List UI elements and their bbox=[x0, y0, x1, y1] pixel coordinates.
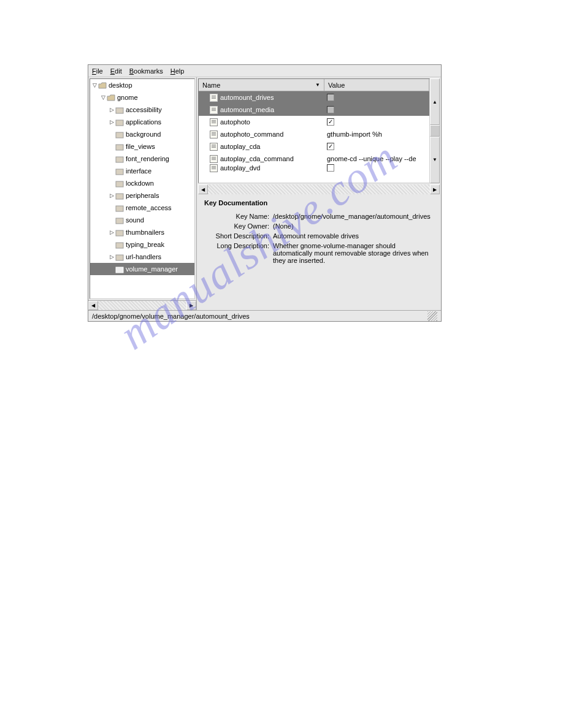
menu-bookmarks[interactable]: Bookmarks bbox=[129, 67, 163, 75]
menu-help[interactable]: Help bbox=[170, 67, 185, 75]
key-name: autophoto bbox=[220, 118, 250, 126]
scroll-left-icon[interactable]: ◀ bbox=[88, 301, 98, 310]
tree-label: accessibility bbox=[126, 106, 162, 113]
tree-node-font_rendering[interactable]: font_rendering bbox=[90, 153, 194, 165]
tree-node-desktop[interactable]: desktop bbox=[90, 79, 194, 91]
key-value[interactable]: ✓ bbox=[324, 118, 429, 126]
svg-rect-0 bbox=[116, 108, 123, 113]
folder-icon bbox=[115, 143, 124, 150]
doc-owner: (None) bbox=[273, 222, 434, 230]
tree-node-file_views[interactable]: file_views bbox=[90, 140, 194, 153]
tree-label: remote_access bbox=[126, 204, 172, 211]
tree-node-applications[interactable]: applications bbox=[90, 116, 194, 128]
svg-rect-2 bbox=[116, 132, 123, 138]
tree-node-volume_manager[interactable]: volume_manager bbox=[90, 263, 194, 275]
key-value[interactable]: ✓ bbox=[324, 143, 429, 150]
key-name: autoplay_dvd bbox=[220, 164, 260, 172]
gconf-editor-window: File Edit Bookmarks Help desktop gnome a… bbox=[88, 64, 442, 322]
svg-rect-11 bbox=[116, 243, 123, 248]
scroll-right-icon[interactable]: ▶ bbox=[186, 301, 196, 310]
svg-rect-12 bbox=[116, 255, 123, 260]
list-row[interactable]: autophoto✓ bbox=[199, 116, 429, 128]
list-row[interactable]: autoplay_dvd bbox=[199, 165, 429, 171]
key-value[interactable] bbox=[324, 106, 429, 113]
menu-file[interactable]: File bbox=[92, 67, 103, 75]
tree-node-gnome[interactable]: gnome bbox=[90, 91, 194, 104]
tree-hscrollbar[interactable]: ◀ ▶ bbox=[88, 300, 196, 310]
scroll-left-icon[interactable]: ◀ bbox=[198, 184, 208, 194]
checkbox[interactable] bbox=[327, 106, 334, 113]
column-header-name[interactable]: Name ▼ bbox=[199, 79, 324, 91]
list-row[interactable]: autoplay_cda✓ bbox=[199, 140, 429, 153]
key-value[interactable]: gnome-cd --unique --play --de bbox=[324, 155, 429, 162]
list-hscrollbar[interactable]: ◀ ▶ bbox=[198, 184, 440, 194]
resize-grip-icon[interactable] bbox=[427, 311, 437, 321]
svg-rect-9 bbox=[116, 218, 123, 224]
tree-node-typing_break[interactable]: typing_break bbox=[90, 238, 194, 251]
list-header: Name ▼ Value bbox=[199, 79, 429, 91]
key-value[interactable]: gthumb-import %h bbox=[324, 131, 429, 138]
scroll-thumb[interactable] bbox=[430, 125, 440, 137]
sort-indicator-icon: ▼ bbox=[315, 82, 320, 88]
statusbar: /desktop/gnome/volume_manager/automount_… bbox=[88, 310, 441, 321]
list-row[interactable]: automount_media bbox=[199, 104, 429, 116]
doc-long: Whether gnome-volume-manager should auto… bbox=[273, 242, 434, 264]
tree-node-interface[interactable]: interface bbox=[90, 165, 194, 177]
tree[interactable]: desktop gnome accessibilityapplicationsb… bbox=[90, 78, 195, 299]
right-pane: Name ▼ Value automount_drivesautomount_m… bbox=[197, 77, 441, 310]
tree-label: peripherals bbox=[126, 192, 159, 199]
expander-icon[interactable] bbox=[109, 254, 115, 260]
key-icon bbox=[210, 143, 218, 151]
list-row[interactable]: automount_drives bbox=[199, 91, 429, 104]
expander-icon[interactable] bbox=[109, 119, 115, 125]
doc-title: Key Documentation bbox=[204, 199, 434, 207]
tree-label: applications bbox=[126, 118, 161, 126]
tree-node-peripherals[interactable]: peripherals bbox=[90, 189, 194, 202]
key-icon bbox=[210, 131, 218, 138]
checkbox[interactable] bbox=[327, 164, 334, 172]
key-icon bbox=[210, 106, 218, 114]
checkbox[interactable]: ✓ bbox=[327, 143, 334, 150]
checkbox[interactable]: ✓ bbox=[327, 118, 334, 126]
scroll-track[interactable] bbox=[208, 184, 430, 194]
tree-node-thumbnailers[interactable]: thumbnailers bbox=[90, 226, 194, 238]
tree-node-accessibility[interactable]: accessibility bbox=[90, 104, 194, 116]
tree-node-lockdown[interactable]: lockdown bbox=[90, 177, 194, 189]
key-name: automount_drives bbox=[220, 94, 274, 101]
svg-rect-3 bbox=[116, 145, 123, 150]
list-row[interactable]: autophoto_commandgthumb-import %h bbox=[199, 128, 429, 140]
list-vscrollbar[interactable]: ▲ ▼ bbox=[430, 78, 440, 183]
key-name: autoplay_cda_command bbox=[220, 155, 294, 162]
key-list[interactable]: Name ▼ Value automount_drivesautomount_m… bbox=[198, 78, 430, 183]
expander-icon[interactable] bbox=[109, 229, 115, 235]
tree-label: file_views bbox=[126, 143, 155, 150]
scroll-up-icon[interactable]: ▲ bbox=[430, 78, 440, 125]
expander-icon[interactable] bbox=[109, 107, 115, 113]
scroll-right-icon[interactable]: ▶ bbox=[430, 184, 440, 194]
svg-rect-4 bbox=[116, 157, 123, 162]
tree-label: gnome bbox=[117, 94, 138, 101]
tree-label: sound bbox=[126, 216, 144, 224]
tree-pane: desktop gnome accessibilityapplicationsb… bbox=[88, 77, 197, 310]
doc-short: Automount removable drives bbox=[273, 232, 434, 240]
checkbox[interactable] bbox=[327, 94, 334, 101]
tree-label: background bbox=[126, 131, 161, 138]
tree-node-sound[interactable]: sound bbox=[90, 214, 194, 226]
svg-rect-5 bbox=[116, 169, 123, 175]
column-header-value[interactable]: Value bbox=[324, 79, 429, 91]
menu-edit[interactable]: Edit bbox=[110, 67, 122, 75]
key-value[interactable] bbox=[324, 94, 429, 101]
key-value[interactable] bbox=[324, 164, 429, 172]
doc-label-owner: Key Owner: bbox=[204, 222, 273, 230]
tree-label: font_rendering bbox=[126, 155, 169, 162]
expander-icon[interactable] bbox=[91, 82, 98, 88]
tree-node-remote_access[interactable]: remote_access bbox=[90, 202, 194, 214]
scroll-down-icon[interactable]: ▼ bbox=[430, 137, 440, 183]
tree-node-background[interactable]: background bbox=[90, 128, 194, 140]
folder-icon bbox=[115, 131, 124, 138]
tree-node-url-handlers[interactable]: url-handlers bbox=[90, 251, 194, 263]
scroll-track[interactable] bbox=[98, 301, 186, 310]
expander-icon[interactable] bbox=[109, 192, 115, 199]
list-row[interactable]: autoplay_cda_commandgnome-cd --unique --… bbox=[199, 153, 429, 165]
expander-icon[interactable] bbox=[100, 94, 107, 100]
